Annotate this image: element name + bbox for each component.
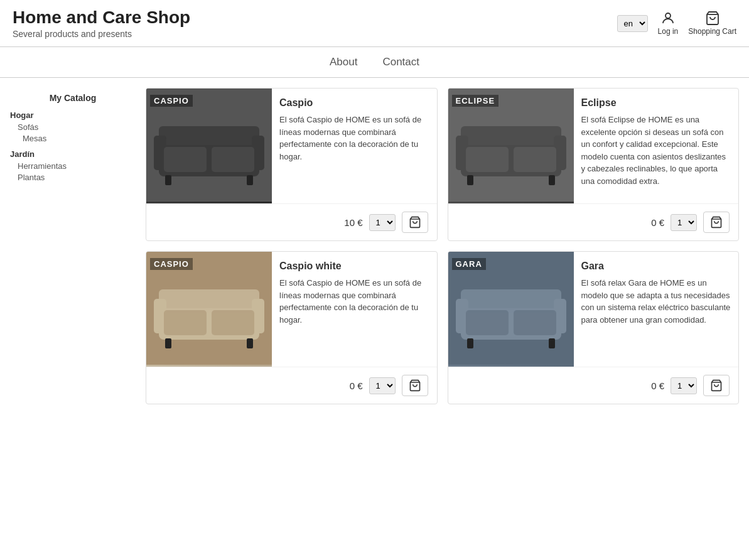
- svg-rect-10: [247, 175, 253, 185]
- site-title: Home and Care Shop: [13, 8, 190, 28]
- header-brand: Home and Care Shop Several products and …: [13, 8, 190, 39]
- quantity-select-gara[interactable]: 12345: [671, 377, 697, 394]
- cart-label: Shopping Cart: [688, 27, 736, 36]
- svg-rect-24: [159, 289, 259, 313]
- svg-rect-7: [164, 147, 207, 172]
- svg-rect-14: [461, 126, 561, 150]
- product-img-label: CASPIO: [150, 95, 193, 107]
- product-footer: 0 € 12345: [448, 203, 739, 240]
- header-actions: en es fr Log in Shopping Cart: [617, 11, 736, 36]
- product-info: Caspio white El sofá Caspio de HOME es u…: [272, 252, 437, 367]
- product-card-eclipse: ECLIPSE: [448, 88, 740, 241]
- sidebar-item-mesas[interactable]: Mesas: [23, 134, 136, 143]
- category-jardin-label: Jardín: [10, 149, 136, 159]
- product-img-label: GARA: [452, 258, 486, 270]
- svg-rect-17: [466, 147, 509, 172]
- product-price: 0 €: [651, 380, 664, 391]
- product-img-label: ECLIPSE: [452, 95, 499, 107]
- quantity-select-eclipse[interactable]: 12345: [671, 214, 697, 231]
- sidebar-item-sofas[interactable]: Sofás: [18, 122, 136, 132]
- category-hogar-label: Hogar: [10, 110, 136, 120]
- svg-rect-40: [549, 338, 555, 348]
- sidebar-title: My Catalog: [10, 88, 136, 110]
- svg-rect-27: [164, 310, 207, 335]
- product-name: Eclipse: [581, 97, 731, 109]
- cart-add-icon: [710, 379, 723, 392]
- product-footer: 0 € 12345: [448, 367, 739, 404]
- product-price: 10 €: [344, 217, 362, 228]
- add-to-cart-button-caspio-white[interactable]: [402, 375, 428, 396]
- svg-rect-30: [247, 338, 253, 348]
- product-info: Eclipse El sofá Eclipse de HOME es una e…: [574, 89, 739, 203]
- product-img-label: CASPIO: [150, 258, 193, 270]
- product-card-caspio-white: CASPIO: [146, 251, 438, 404]
- product-name: Gara: [581, 261, 731, 272]
- product-inner: GARA: [448, 252, 739, 367]
- product-image: GARA: [448, 252, 574, 367]
- svg-rect-20: [549, 175, 555, 185]
- products-grid: CASPIO: [146, 88, 739, 404]
- product-card-gara: GARA: [448, 251, 740, 404]
- cart-add-icon: [710, 216, 723, 229]
- sidebar-item-plantas[interactable]: Plantas: [18, 173, 136, 182]
- sidebar-item-herramientas[interactable]: Herramientas: [18, 161, 136, 171]
- quantity-select-caspio[interactable]: 12345: [369, 214, 396, 231]
- category-jardin: Jardín Herramientas Plantas: [10, 149, 136, 182]
- product-footer: 0 € 12345: [146, 367, 437, 404]
- svg-rect-39: [467, 338, 473, 348]
- add-to-cart-button-eclipse[interactable]: [703, 212, 730, 233]
- sidebar: My Catalog Hogar Sofás Mesas Jardín Herr…: [10, 88, 136, 404]
- category-hogar: Hogar Sofás Mesas: [10, 110, 136, 143]
- product-card-caspio: CASPIO: [146, 88, 438, 241]
- product-name: Caspio: [279, 97, 429, 109]
- quantity-select-caspio-white[interactable]: 12345: [369, 377, 396, 394]
- login-label: Log in: [658, 27, 679, 36]
- cart-button[interactable]: Shopping Cart: [688, 11, 736, 36]
- svg-rect-18: [514, 147, 556, 172]
- product-image: CASPIO: [146, 89, 272, 203]
- product-price: 0 €: [651, 217, 664, 228]
- product-inner: CASPIO: [146, 252, 437, 367]
- svg-rect-9: [165, 175, 171, 185]
- cart-add-icon: [409, 379, 421, 392]
- product-image: CASPIO: [146, 252, 272, 367]
- add-to-cart-button-gara[interactable]: [703, 375, 730, 396]
- nav-contact[interactable]: Contact: [382, 56, 419, 68]
- product-image: ECLIPSE: [448, 89, 574, 203]
- product-inner: CASPIO: [146, 89, 437, 203]
- product-inner: ECLIPSE: [448, 89, 739, 203]
- svg-rect-28: [212, 310, 254, 335]
- svg-rect-29: [165, 338, 171, 348]
- user-icon: [660, 11, 676, 26]
- svg-rect-37: [466, 310, 509, 335]
- svg-rect-19: [467, 175, 473, 185]
- product-description: El sofá Caspio de HOME es un sofá de lín…: [279, 114, 429, 163]
- svg-point-0: [665, 13, 671, 18]
- cart-add-icon: [409, 216, 421, 229]
- product-info: Caspio El sofá Caspio de HOME es un sofá…: [272, 89, 437, 203]
- site-subtitle: Several products and presents: [13, 29, 190, 39]
- svg-rect-38: [514, 310, 556, 335]
- product-info: Gara El sofá relax Gara de HOME es un mo…: [574, 252, 739, 367]
- language-select[interactable]: en es fr: [617, 15, 648, 32]
- product-description: El sofá relax Gara de HOME es un modelo …: [581, 277, 731, 326]
- svg-rect-8: [212, 147, 254, 172]
- product-footer: 10 € 12345: [146, 203, 437, 240]
- product-description: El sofá Eclipse de HOME es una excelente…: [581, 114, 731, 187]
- product-name: Caspio white: [279, 261, 429, 272]
- main-content: My Catalog Hogar Sofás Mesas Jardín Herr…: [0, 78, 749, 414]
- svg-rect-34: [461, 289, 561, 313]
- login-button[interactable]: Log in: [658, 11, 679, 36]
- svg-rect-4: [159, 126, 259, 150]
- nav-bar: About Contact: [0, 46, 749, 78]
- product-description: El sofá Caspio de HOME es un sofá de lín…: [279, 277, 429, 326]
- nav-about[interactable]: About: [330, 56, 357, 68]
- cart-icon: [705, 11, 720, 26]
- header: Home and Care Shop Several products and …: [0, 0, 749, 46]
- product-price: 0 €: [350, 380, 363, 391]
- add-to-cart-button-caspio[interactable]: [402, 212, 428, 233]
